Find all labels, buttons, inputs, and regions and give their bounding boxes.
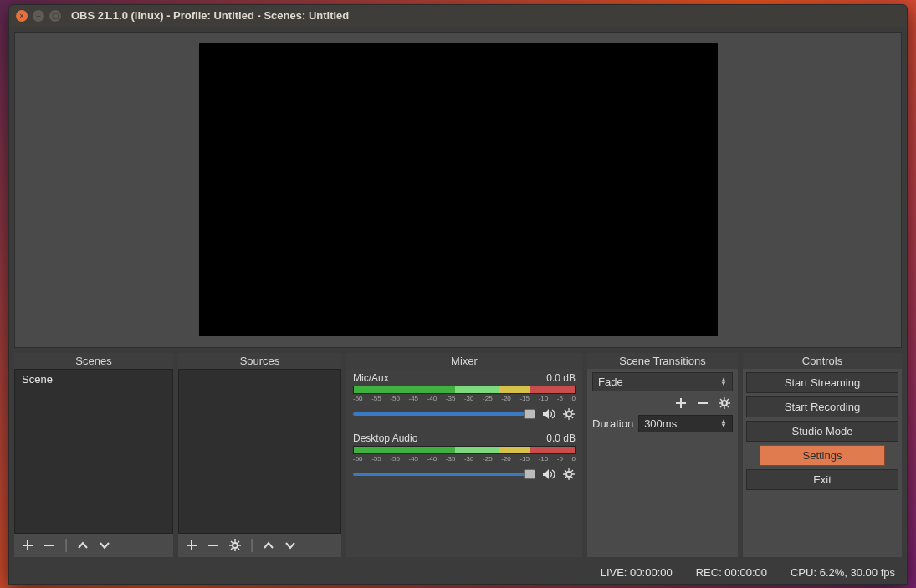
mixer-panel: Mixer Mic/Aux 0.0 dB -60-55-50-45-40-35-… — [346, 353, 582, 557]
window-minimize-button[interactable]: – — [33, 10, 44, 22]
svg-point-2 — [566, 472, 571, 477]
transitions-panel: Scene Transitions Fade ▲▼ Duration 300ms… — [587, 353, 738, 557]
track-settings-icon[interactable] — [562, 468, 576, 481]
window-maximize-button[interactable]: ▢ — [49, 10, 61, 22]
sources-toolbar: | — [178, 534, 341, 557]
controls-header: Controls — [743, 353, 902, 369]
scene-up-button[interactable] — [76, 539, 90, 552]
add-source-button[interactable] — [185, 539, 198, 552]
scenes-panel: Scenes Scene | — [14, 353, 173, 557]
remove-source-button[interactable] — [207, 539, 220, 552]
exit-button[interactable]: Exit — [746, 469, 898, 490]
svg-point-1 — [566, 412, 571, 417]
mute-icon[interactable] — [542, 407, 555, 421]
transition-selected: Fade — [598, 376, 623, 388]
volume-meter — [353, 446, 576, 454]
mixer-track: Mic/Aux 0.0 dB -60-55-50-45-40-35-30-25-… — [353, 372, 576, 421]
scenes-header: Scenes — [14, 353, 173, 369]
svg-point-0 — [233, 543, 238, 548]
obs-window: × – ▢ OBS 21.1.0 (linux) - Profile: Unti… — [8, 4, 908, 585]
sources-header: Sources — [178, 353, 341, 369]
status-rec: REC: 00:00:00 — [696, 566, 767, 579]
duration-spinbox[interactable]: 300ms ▲▼ — [638, 415, 733, 432]
source-up-button[interactable] — [262, 539, 275, 552]
mixer-track-level: 0.0 dB — [546, 372, 576, 384]
mixer-track-level: 0.0 dB — [546, 432, 576, 444]
duration-label: Duration — [592, 417, 633, 430]
mixer-track-name: Mic/Aux — [353, 372, 389, 384]
chevron-updown-icon: ▲▼ — [720, 377, 727, 386]
status-live: LIVE: 00:00:00 — [601, 566, 673, 579]
volume-meter — [353, 386, 576, 394]
source-down-button[interactable] — [284, 539, 297, 552]
transitions-header: Scene Transitions — [587, 353, 738, 369]
track-settings-icon[interactable] — [562, 407, 576, 421]
volume-slider[interactable] — [353, 473, 535, 476]
meter-ticks: -60-55-50-45-40-35-30-25-20-15-10-50 — [353, 395, 576, 402]
start-streaming-button[interactable]: Start Streaming — [746, 372, 898, 393]
remove-transition-button[interactable] — [696, 396, 709, 410]
studio-mode-button[interactable]: Studio Mode — [746, 421, 898, 442]
source-properties-button[interactable] — [228, 539, 242, 552]
start-recording-button[interactable]: Start Recording — [746, 396, 898, 417]
settings-button[interactable]: Settings — [760, 445, 885, 466]
status-cpu: CPU: 6.2%, 30.00 fps — [791, 566, 895, 579]
transition-select[interactable]: Fade ▲▼ — [592, 372, 733, 391]
volume-slider[interactable] — [353, 412, 535, 416]
sources-list[interactable] — [178, 369, 341, 534]
add-scene-button[interactable] — [21, 539, 34, 552]
spinbox-arrows-icon: ▲▼ — [720, 419, 727, 427]
scenes-list[interactable]: Scene — [14, 369, 173, 534]
svg-point-3 — [722, 401, 727, 406]
window-close-button[interactable]: × — [16, 10, 28, 22]
duration-value: 300ms — [644, 417, 677, 430]
transition-settings-button[interactable] — [718, 396, 731, 410]
preview-area — [14, 32, 902, 348]
scene-down-button[interactable] — [98, 539, 111, 552]
scene-item[interactable]: Scene — [15, 370, 172, 389]
scenes-toolbar: | — [14, 534, 173, 557]
status-bar: LIVE: 00:00:00 REC: 00:00:00 CPU: 6.2%, … — [9, 562, 907, 584]
window-title: OBS 21.1.0 (linux) - Profile: Untitled -… — [71, 9, 349, 22]
separator: | — [64, 538, 68, 553]
remove-scene-button[interactable] — [43, 539, 56, 552]
mixer-header: Mixer — [346, 353, 582, 369]
add-transition-button[interactable] — [674, 396, 688, 410]
mute-icon[interactable] — [542, 468, 555, 481]
preview-canvas[interactable] — [199, 43, 718, 336]
mixer-track-name: Desktop Audio — [353, 432, 417, 444]
mixer-track: Desktop Audio 0.0 dB -60-55-50-45-40-35-… — [353, 432, 576, 481]
titlebar: × – ▢ OBS 21.1.0 (linux) - Profile: Unti… — [9, 5, 907, 27]
sources-panel: Sources | — [178, 353, 341, 557]
meter-ticks: -60-55-50-45-40-35-30-25-20-15-10-50 — [353, 455, 576, 463]
separator: | — [250, 538, 253, 553]
mixer-body: Mic/Aux 0.0 dB -60-55-50-45-40-35-30-25-… — [346, 369, 582, 557]
controls-panel: Controls Start Streaming Start Recording… — [743, 353, 902, 557]
